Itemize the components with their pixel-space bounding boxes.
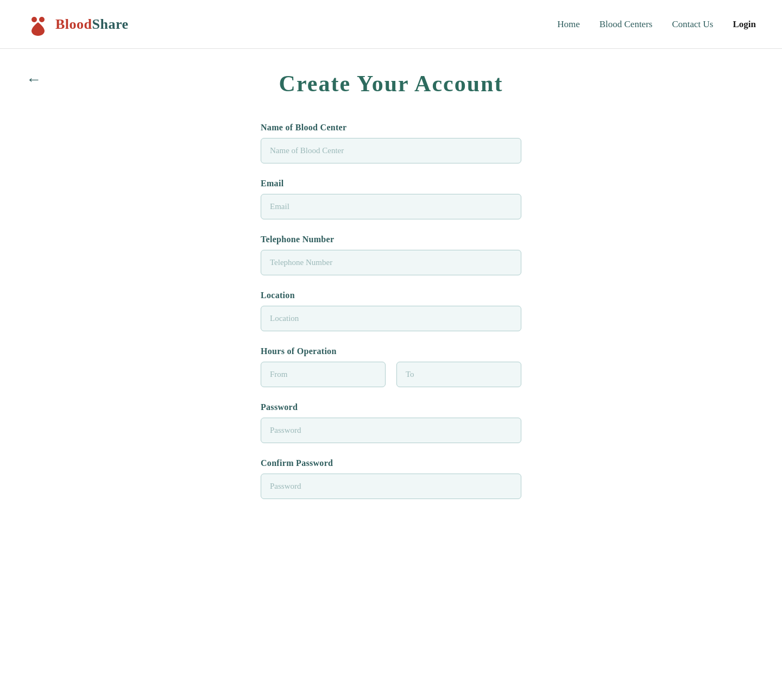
label-password: Password <box>261 402 521 412</box>
input-blood-center-name[interactable] <box>261 138 521 163</box>
input-telephone[interactable] <box>261 250 521 275</box>
input-email[interactable] <box>261 194 521 219</box>
label-email: Email <box>261 179 521 188</box>
input-hours-from[interactable] <box>261 362 386 387</box>
nav-item-contact-us[interactable]: Contact Us <box>672 19 713 30</box>
field-hours: Hours of Operation <box>261 346 521 387</box>
main-content: ← Create Your Account Name of Blood Cent… <box>0 49 782 547</box>
logo[interactable]: BloodShare <box>26 12 129 36</box>
nav-item-home[interactable]: Home <box>557 19 580 30</box>
registration-form: Name of Blood Center Email Telephone Num… <box>261 123 521 499</box>
hours-row <box>261 362 521 387</box>
field-password: Password <box>261 402 521 443</box>
logo-text: BloodShare <box>55 16 129 33</box>
label-confirm-password: Confirm Password <box>261 458 521 468</box>
field-confirm-password: Confirm Password <box>261 458 521 499</box>
input-location[interactable] <box>261 306 521 331</box>
input-confirm-password[interactable] <box>261 474 521 499</box>
label-hours: Hours of Operation <box>261 346 521 356</box>
nav-links: Home Blood Centers Contact Us Login <box>557 19 756 30</box>
navbar: BloodShare Home Blood Centers Contact Us… <box>0 0 782 49</box>
nav-item-login[interactable]: Login <box>733 19 756 30</box>
input-password[interactable] <box>261 418 521 443</box>
back-button[interactable]: ← <box>26 71 41 88</box>
field-telephone: Telephone Number <box>261 235 521 275</box>
svg-point-1 <box>39 17 45 22</box>
field-email: Email <box>261 179 521 219</box>
label-location: Location <box>261 291 521 300</box>
field-blood-center-name: Name of Blood Center <box>261 123 521 163</box>
nav-item-blood-centers[interactable]: Blood Centers <box>600 19 653 30</box>
svg-point-0 <box>31 17 37 22</box>
label-telephone: Telephone Number <box>261 235 521 244</box>
label-blood-center-name: Name of Blood Center <box>261 123 521 133</box>
field-location: Location <box>261 291 521 331</box>
logo-icon <box>26 12 50 36</box>
page-title: Create Your Account <box>26 71 756 97</box>
input-hours-to[interactable] <box>396 362 521 387</box>
